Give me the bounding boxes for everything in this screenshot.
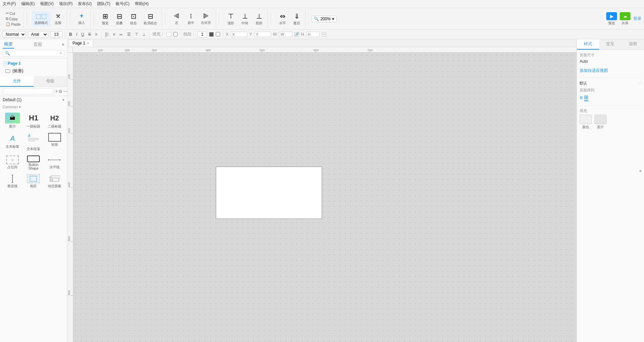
tab-interaction[interactable]: 交互 <box>599 39 621 50</box>
widget-text-label[interactable]: A 文本标签 <box>3 132 22 153</box>
duplicate-widget-button[interactable]: ⧉ <box>59 89 62 94</box>
stroke-color-swatch[interactable] <box>209 32 214 37</box>
seq-list-button[interactable]: ≡ <box>580 95 583 101</box>
align-left-button[interactable]: ⫷ 左 <box>170 11 183 27</box>
y-label: Y <box>250 32 252 37</box>
menu-project[interactable]: 项目(P) <box>59 1 72 7</box>
image-widget-icon: 🏔 <box>5 113 20 123</box>
image-widget-label: 图片 <box>9 124 16 129</box>
canvas-content[interactable] <box>73 53 577 342</box>
canvas-tab-page1[interactable]: Page 1 ✕ <box>69 40 93 46</box>
menu-help[interactable]: 帮助(H) <box>135 1 149 7</box>
format-divider-2 <box>101 31 101 37</box>
canvas-scroll-area[interactable]: 100 200 300 400 500 600 700 <box>67 47 577 342</box>
widget-hline[interactable]: 水平线 <box>45 154 64 172</box>
align-left-text-button[interactable]: ⬱ <box>104 32 110 37</box>
fill-toggle[interactable] <box>173 32 178 36</box>
text-middle-button[interactable]: ⊥ <box>141 32 147 37</box>
list-button[interactable]: ≡ <box>94 32 98 37</box>
widget-dynamic[interactable]: 动态面板 <box>45 173 64 190</box>
ungroup-button[interactable]: ⊟ 取消组合 <box>141 11 160 27</box>
preview-layout-button[interactable]: ⊞ 预览 <box>98 11 112 27</box>
fill-image-option[interactable]: 图片 <box>594 115 607 130</box>
preview-button[interactable]: ▶ 预览 <box>606 12 617 26</box>
tab-pages[interactable]: 页面 <box>32 41 43 48</box>
connect-button[interactable]: ⤧ 连接 <box>51 11 65 27</box>
add-page-button[interactable]: + <box>62 42 64 47</box>
dist-middle-button[interactable]: ⊥ 中间 <box>238 11 252 27</box>
group-button[interactable]: ⊡ 组合 <box>127 11 140 27</box>
strikethrough-button[interactable]: S <box>87 32 92 37</box>
menu-edit[interactable]: 编辑(E) <box>21 1 35 7</box>
align-center-button[interactable]: ⫶ 居中 <box>184 11 198 27</box>
text-top-button[interactable]: ⊤ <box>134 32 139 37</box>
widget-vline[interactable]: 垂直线 <box>3 173 22 190</box>
add-adaptive-view-link[interactable]: 添加自适应视图 <box>580 68 641 74</box>
y-input[interactable] <box>254 32 271 37</box>
insert-button[interactable]: + 插入 <box>75 11 88 27</box>
fill-color-option[interactable]: 颜色 <box>580 115 592 130</box>
tab-masters[interactable]: 母版 <box>34 76 67 87</box>
justify-text-button[interactable]: ☰ <box>126 32 132 37</box>
dist-top-button[interactable]: ⊤ 顶部 <box>224 11 237 27</box>
underline-button[interactable]: U <box>80 32 85 37</box>
widget-text-para[interactable]: A 文本段落 <box>24 132 43 153</box>
add-widget-set-button[interactable]: + <box>55 89 58 94</box>
horizontal-button[interactable]: ⇔ 水平 <box>276 11 289 27</box>
tab-style[interactable]: 样式 <box>577 39 599 50</box>
widget-search-input[interactable] <box>3 88 54 94</box>
font-select[interactable]: Arial <box>28 31 48 38</box>
more-options-button[interactable]: ⋯ <box>322 32 326 37</box>
last-button[interactable]: ⇓ 最后 <box>290 11 303 27</box>
add-layer-button[interactable]: + <box>60 51 62 56</box>
more-widget-button[interactable]: ⋯ <box>63 89 67 94</box>
dist-bottom-button[interactable]: ⊥ 底部 <box>252 11 266 27</box>
widget-rect[interactable]: 矩形 <box>45 132 64 153</box>
menu-view[interactable]: 视图(V) <box>40 1 54 7</box>
login-button[interactable]: 登录 <box>633 16 641 22</box>
widget-image[interactable]: 🏔 图片 <box>3 111 22 130</box>
tab-overview[interactable]: 概要 <box>3 40 14 49</box>
zoom-control[interactable]: 🔍 200% ▾ <box>312 16 336 22</box>
seq-grid-button[interactable]: ⊞ <box>584 94 588 101</box>
lock-proportions-button[interactable]: 🔗 <box>294 32 299 37</box>
widget-h2[interactable]: H2 二级标题 <box>45 111 64 130</box>
bold-button[interactable]: B <box>68 32 73 37</box>
canvas-tab-close[interactable]: ✕ <box>87 41 89 45</box>
page-item-1[interactable]: 📄 Page 1 <box>0 60 67 67</box>
tab-notes[interactable]: 说明 <box>622 39 644 50</box>
h-input[interactable] <box>306 32 320 37</box>
select-mode-button[interactable]: ⬚⬚ 选择模式 <box>32 11 51 27</box>
component-set-arrow[interactable]: ▾ <box>62 97 64 102</box>
tab-widgets[interactable]: 元件 <box>0 76 34 87</box>
menu-publish[interactable]: 发布(U) <box>78 1 92 7</box>
cut-button[interactable]: ✂ Cut <box>5 11 22 16</box>
x-input[interactable] <box>231 32 247 37</box>
menu-file[interactable]: 文件(F) <box>3 1 16 7</box>
widget-h1[interactable]: H1 一级标题 <box>24 111 43 130</box>
layer-item-rect[interactable]: (矩形) <box>0 67 67 75</box>
stack-button[interactable]: ⊟ 层叠 <box>113 11 126 27</box>
copy-button[interactable]: ⧉ Copy <box>5 16 22 21</box>
style-select[interactable]: Normal <box>3 31 26 38</box>
canvas-shape-rectangle[interactable] <box>216 167 322 219</box>
share-button[interactable]: ☁ 共享 <box>620 12 631 26</box>
stroke-toggle[interactable] <box>216 32 220 36</box>
default-expand-button[interactable]: □ <box>639 81 641 86</box>
widget-button-shape[interactable]: Button Shape <box>24 154 43 172</box>
menu-account[interactable]: 账号(C) <box>116 1 129 7</box>
paste-button[interactable]: 📋 Paste <box>5 22 22 27</box>
w-input[interactable] <box>279 32 292 37</box>
stroke-width-input[interactable] <box>198 31 207 37</box>
align-right-text-button[interactable]: ⬰ <box>118 32 124 37</box>
fill-color-swatch[interactable] <box>167 32 171 37</box>
layer-search-input[interactable] <box>11 51 58 55</box>
menu-team[interactable]: 团队(T) <box>97 1 110 7</box>
widget-hotarea[interactable]: 热区 <box>24 173 43 190</box>
align-right-button[interactable]: ⫸ 右对齐 <box>198 11 214 27</box>
align-center-text-button[interactable]: ≡ <box>112 32 116 37</box>
italic-button[interactable]: I <box>75 32 78 37</box>
widget-placeholder[interactable]: X 占位符 <box>3 154 22 172</box>
menu-bar: 文件(F) 编辑(E) 视图(V) 项目(P) 发布(U) 团队(T) 账号(C… <box>0 0 644 8</box>
font-size-input[interactable] <box>50 31 62 37</box>
